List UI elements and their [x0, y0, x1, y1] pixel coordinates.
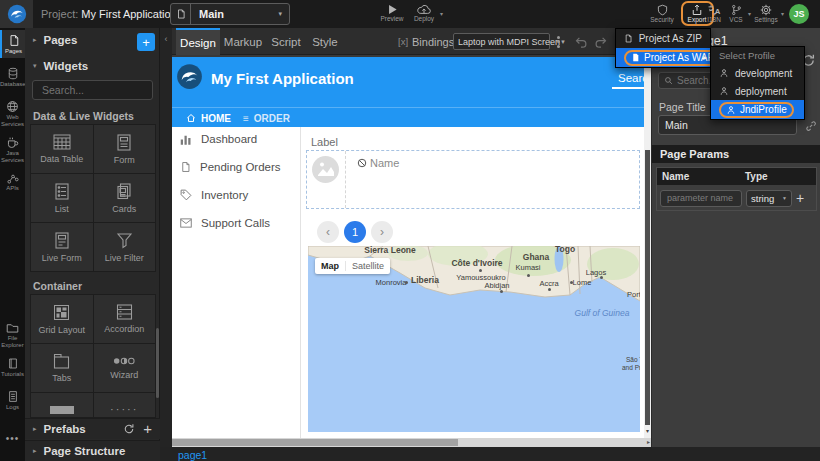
satellite-button[interactable]: Satellite	[345, 261, 390, 271]
settings-button[interactable]: Settings	[752, 3, 780, 24]
hscrollbar-thumb[interactable]	[168, 439, 458, 446]
widgets-section-header[interactable]: ▾ Widgets	[33, 60, 88, 72]
page-selector-dropdown[interactable]: Main ▾	[170, 3, 290, 25]
scroll-down-arrow-icon[interactable]: ▾	[644, 427, 651, 434]
data-table-icon	[53, 134, 71, 150]
refresh-icon[interactable]	[123, 423, 135, 435]
rail-item-tutorials[interactable]: Tutorials	[0, 355, 25, 378]
param-type-select[interactable]: string ▼	[746, 190, 792, 207]
widget-form[interactable]: Form	[94, 125, 156, 173]
bind-link-icon[interactable]	[805, 120, 817, 132]
preview-button[interactable]: Preview	[379, 3, 405, 23]
app-menu-inventory[interactable]: Inventory	[180, 189, 248, 201]
section-container: Container	[33, 280, 82, 292]
i18n-icon: A	[707, 4, 721, 16]
deploy-button[interactable]: Deploy	[410, 3, 438, 23]
map-label-cote-divoire: Côte d'Ivoire	[451, 258, 502, 268]
scroll-right-arrow-icon[interactable]: ▸	[647, 438, 650, 447]
menu-item-project-as-war[interactable]: Project As WAR ▸	[616, 48, 710, 67]
statusbar-page-tab[interactable]: page1	[178, 449, 207, 461]
widget-list[interactable]: List	[31, 174, 93, 222]
map-marker	[405, 281, 408, 284]
vscrollbar-thumb[interactable]	[645, 150, 650, 425]
rail-item-web-services[interactable]: Web Services	[0, 98, 25, 127]
param-name-input[interactable]	[660, 190, 742, 207]
widget-search[interactable]	[32, 80, 153, 100]
canvas-hscrollbar[interactable]: ◂ ▸	[160, 438, 651, 447]
rail-item-databases[interactable]: Databases	[0, 65, 25, 88]
rail-item-pages[interactable]: Pages	[0, 30, 25, 58]
widget-tabs[interactable]: Tabs	[31, 344, 93, 392]
add-page-button[interactable]: +	[137, 33, 155, 51]
list-widget-card[interactable]: Name	[306, 150, 640, 209]
home-icon	[186, 113, 196, 123]
widget-tile-partial-2[interactable]: ·····	[94, 393, 156, 418]
rail-item-file-explorer[interactable]: File Explorer	[0, 320, 25, 348]
map-widget[interactable]: Sierra Leone Monrovia Liberia Côte d'Ivo…	[308, 246, 640, 432]
param-row: string ▼ +	[657, 185, 816, 211]
widget-live-form[interactable]: Live Form	[31, 223, 93, 271]
menu-item-project-as-zip[interactable]: Project As ZIP	[616, 29, 710, 48]
app-menu-dashboard[interactable]: Dashboard	[180, 133, 257, 145]
vcs-label: VCS	[724, 16, 748, 24]
widget-search-input[interactable]	[42, 84, 177, 96]
tab-design[interactable]: Design	[176, 28, 220, 55]
more-options-icon[interactable]	[557, 34, 560, 49]
rail-more-icon[interactable]: •••	[0, 433, 25, 444]
tab-script[interactable]: Script	[266, 28, 306, 55]
widget-live-filter[interactable]: Live Filter	[94, 223, 156, 271]
wavemaker-logo[interactable]	[0, 0, 33, 28]
profile-item-development[interactable]: development	[711, 64, 804, 82]
map-marker	[600, 276, 603, 279]
map-button[interactable]: Map	[315, 261, 345, 271]
rail-item-apis[interactable]: APIs	[0, 170, 25, 192]
redo-button[interactable]	[594, 35, 608, 48]
pagination-prev-button[interactable]: ‹	[317, 221, 339, 243]
widget-accordion[interactable]: Accordion	[94, 295, 156, 343]
undo-button[interactable]	[574, 35, 588, 48]
profile-icon	[719, 68, 729, 78]
widget-tile-partial-1[interactable]	[31, 393, 93, 418]
add-param-button[interactable]: +	[796, 190, 804, 206]
zip-file-icon	[624, 33, 633, 44]
collapse-down-icon: ▾	[33, 62, 37, 70]
bindings-dropdown[interactable]: [x] Bindings ▾	[398, 28, 461, 55]
pages-section-header[interactable]: ▸ Pages	[33, 34, 77, 46]
app-menu-support-calls[interactable]: Support Calls	[180, 217, 270, 229]
widget-wizard[interactable]: Wizard	[94, 344, 156, 392]
widget-cards[interactable]: Cards	[94, 174, 156, 222]
label-widget[interactable]: Label	[311, 136, 338, 148]
redo-icon	[594, 35, 608, 48]
device-selector-dropdown[interactable]: Laptop with MDPI Screen ▼	[453, 33, 550, 50]
export-menu: Project As ZIP Project As WAR ▸	[615, 28, 711, 68]
list-icon	[54, 183, 70, 200]
nav-item-home[interactable]: HOME	[186, 108, 231, 128]
app-menu-pending-orders[interactable]: Pending Orders	[180, 161, 281, 173]
user-avatar[interactable]: JS	[789, 4, 809, 24]
palette-scrollbar-thumb[interactable]	[156, 328, 159, 398]
rail-item-java-services[interactable]: Java Services	[0, 134, 25, 163]
add-prefab-button[interactable]: +	[143, 424, 152, 434]
menu-divider	[300, 127, 301, 438]
rail-item-logs[interactable]: Logs	[0, 388, 25, 411]
coffee-icon	[6, 136, 19, 149]
tab-style[interactable]: Style	[306, 28, 344, 55]
profile-item-deployment[interactable]: deployment	[711, 82, 804, 100]
widget-data-table[interactable]: Data Table	[31, 125, 93, 173]
widget-grid-layout[interactable]: Grid Layout	[31, 295, 93, 343]
canvas-vscrollbar[interactable]: ▾	[644, 57, 651, 438]
page-structure-section-header[interactable]: ▸ Page Structure	[25, 440, 160, 461]
profile-item-jndiprofile[interactable]: JndiProfile	[711, 100, 804, 119]
profile-icon	[719, 86, 729, 96]
prefabs-section-header[interactable]: ▸ Prefabs +	[25, 418, 160, 439]
app-search-tab[interactable]: Search	[618, 72, 644, 84]
pagination-page-1[interactable]: 1	[344, 221, 366, 243]
pagination-next-button[interactable]: ›	[371, 221, 393, 243]
envelope-icon	[180, 218, 192, 228]
security-button[interactable]: Security	[648, 3, 676, 24]
tab-markup[interactable]: Markup	[220, 28, 266, 55]
play-icon	[387, 4, 398, 15]
vcs-button[interactable]: VCS	[724, 3, 748, 24]
nav-item-order[interactable]: ≡ ORDER	[243, 108, 290, 128]
partial-widget-icon	[50, 406, 74, 414]
